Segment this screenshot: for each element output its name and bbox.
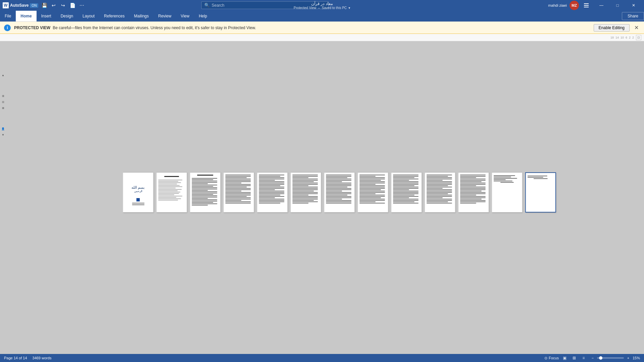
nav-up-icon[interactable]: ▲ [1, 73, 5, 77]
title-bar: W AutoSave ON 💾 ↩ ↪ 📄 ⋯ 🔍 معاد در ق [0, 0, 644, 11]
user-name: mahdi ziaei [548, 3, 567, 7]
ribbon: File Home Insert Design Layout Reference… [0, 11, 644, 22]
svg-rect-1 [584, 5, 589, 6]
ruler-controls: ⊡ [636, 35, 641, 40]
zoom-out-button[interactable]: − [590, 355, 596, 361]
search-icon: 🔍 [204, 3, 210, 8]
zoom-slider-thumb[interactable] [599, 356, 602, 360]
page-thumbnail[interactable] [458, 172, 489, 213]
protected-view-bar: i PROTECTED VIEW Be careful—files from t… [0, 22, 644, 34]
user-avatar[interactable]: MZ [570, 1, 579, 10]
nav-control-1[interactable]: ⊞ [1, 94, 5, 98]
tab-review[interactable]: Review [153, 11, 176, 21]
app-name: AutoSave [10, 3, 29, 8]
nav-down-icon[interactable]: ▼ [1, 132, 5, 137]
options-button[interactable]: ⋯ [78, 1, 86, 9]
calligraphy-svg: بسم الله الرحمن [128, 179, 148, 196]
page-thumbnail[interactable] [425, 172, 455, 213]
view-mode-label: Protected View – Saved to this PC ▾ [294, 6, 351, 10]
svg-text:الرحمن: الرحمن [134, 190, 142, 193]
calligraphy-art: بسم الله الرحمن [128, 179, 148, 196]
document-canvas: ▲ ⊞ ⊟ ⊠ 👤 ▼ بسم الله الرحمن [0, 41, 644, 362]
ruler-zoom-icon[interactable]: ⊡ [636, 35, 641, 40]
svg-text:بسم الله: بسم الله [131, 185, 145, 190]
focus-label: Focus [549, 356, 559, 360]
word-count: 3469 words [33, 356, 52, 360]
tab-references[interactable]: References [99, 11, 129, 21]
minimize-button[interactable]: — [594, 0, 609, 11]
focus-icon: ⊙ [544, 356, 547, 360]
tab-home[interactable]: Home [16, 11, 36, 21]
tab-mailings[interactable]: Mailings [129, 11, 153, 21]
zoom-controls: − + 15% [590, 355, 640, 361]
tab-help[interactable]: Help [194, 11, 212, 21]
ribbon-tabs: File Home Insert Design Layout Reference… [0, 11, 644, 21]
page-thumbnail[interactable]: بسم الله الرحمن [123, 172, 154, 213]
zoom-in-button[interactable]: + [625, 355, 631, 361]
title-bar-right: mahdi ziaei MZ — □ ✕ [548, 0, 641, 11]
page-thumbnail[interactable] [257, 172, 288, 213]
page-thumbnail[interactable] [391, 172, 422, 213]
zoom-level: 15% [633, 356, 640, 360]
status-left: Page 14 of 14 3469 words [4, 356, 51, 360]
page-thumbnail[interactable] [190, 172, 221, 213]
page-thumbnails-container: بسم الله الرحمن [123, 172, 556, 213]
nav-control-3[interactable]: ⊠ [1, 106, 5, 110]
quick-access-toolbar: 💾 ↩ ↪ 📄 ⋯ [40, 1, 86, 9]
share-button[interactable]: Share [622, 12, 644, 20]
page-thumbnail[interactable] [525, 172, 556, 213]
close-protected-bar-button[interactable]: ✕ [633, 24, 640, 31]
status-bar: Page 14 of 14 3469 words ⊙ Focus ▣ ⊞ ≡ −… [0, 354, 644, 362]
tab-file[interactable]: File [0, 11, 16, 21]
nav-user-icon[interactable]: 👤 [1, 126, 5, 131]
document-title: معاد در قرآن [311, 1, 333, 6]
enable-editing-button[interactable]: Enable Editing [594, 24, 630, 32]
ribbon-display-icon [584, 3, 589, 8]
zoom-slider[interactable] [597, 357, 624, 359]
print-view-button[interactable]: ⊞ [571, 355, 578, 361]
read-view-button[interactable]: ▣ [561, 355, 568, 361]
info-icon: i [4, 24, 11, 31]
maximize-button[interactable]: □ [610, 0, 625, 11]
svg-rect-2 [584, 7, 589, 7]
ribbon-display-button[interactable] [582, 1, 591, 9]
page-info: Page 14 of 14 [4, 356, 27, 360]
undo-button[interactable]: ↩ [50, 1, 58, 9]
document-title-area: معاد در قرآن Protected View – Saved to t… [294, 1, 351, 10]
page-thumbnail[interactable] [223, 172, 254, 213]
focus-button[interactable]: ⊙ Focus [544, 356, 559, 360]
page-thumbnail[interactable] [358, 172, 388, 213]
ruler: 18 14 10 6 2 2 ⊡ [0, 34, 644, 41]
save-button[interactable]: 💾 [40, 1, 48, 9]
nav-control-2[interactable]: ⊟ [1, 100, 5, 104]
autosave-toggle[interactable]: ON [30, 3, 38, 8]
tab-view[interactable]: View [176, 11, 194, 21]
word-logo-icon: W [3, 2, 9, 8]
tab-design[interactable]: Design [56, 11, 78, 21]
page-thumbnail[interactable] [290, 172, 321, 213]
ruler-values: 18 14 10 6 2 2 [610, 36, 634, 39]
page-thumbnail[interactable] [492, 172, 523, 213]
close-button[interactable]: ✕ [626, 0, 641, 11]
left-sidebar: ▲ ⊞ ⊟ ⊠ 👤 ▼ [0, 71, 6, 138]
tab-insert[interactable]: Insert [37, 11, 56, 21]
page-thumbnail[interactable] [324, 172, 355, 213]
cover-lines [126, 201, 151, 205]
window-controls: — □ ✕ [594, 0, 641, 11]
redo-button[interactable]: ↪ [59, 1, 67, 9]
tab-layout[interactable]: Layout [78, 11, 99, 21]
web-view-button[interactable]: ≡ [580, 355, 587, 361]
star-decoration [137, 198, 140, 201]
svg-rect-0 [584, 3, 589, 4]
title-bar-left: W AutoSave ON 💾 ↩ ↪ 📄 ⋯ [3, 1, 86, 9]
protected-text: PROTECTED VIEW Be careful—files from the… [14, 25, 590, 30]
page-thumbnail[interactable] [156, 172, 187, 213]
status-right: ⊙ Focus ▣ ⊞ ≡ − + 15% [544, 355, 640, 361]
new-button[interactable]: 📄 [68, 1, 76, 9]
